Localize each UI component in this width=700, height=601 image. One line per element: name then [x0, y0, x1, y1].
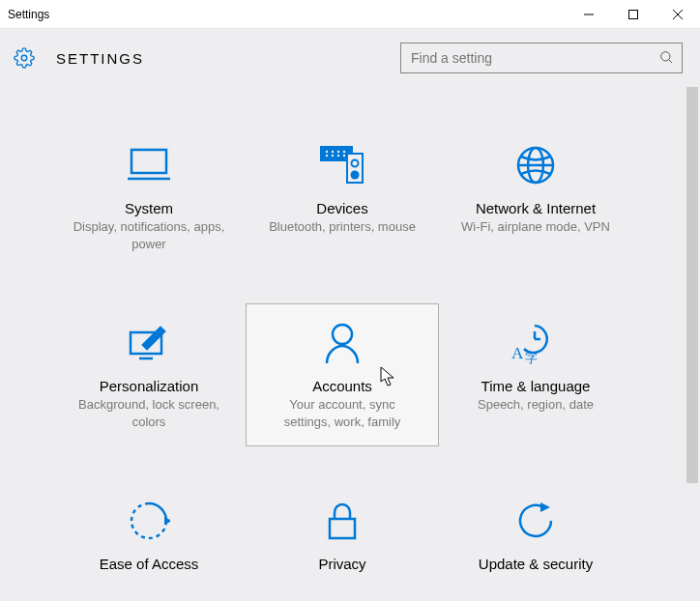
svg-marker-33 [540, 502, 550, 512]
tile-title: Accounts [312, 378, 372, 394]
tile-subtitle: Bluetooth, printers, mouse [269, 218, 416, 236]
svg-point-4 [21, 55, 27, 61]
scrollbar-thumb[interactable] [686, 87, 698, 483]
svg-point-11 [326, 155, 328, 157]
tile-title: Update & security [479, 556, 593, 572]
scrollbar[interactable] [685, 87, 700, 601]
svg-point-16 [343, 151, 345, 153]
time-language-icon: A 字 [511, 316, 560, 370]
search-input[interactable] [411, 50, 658, 66]
svg-point-13 [332, 155, 334, 157]
ease-of-access-icon [128, 494, 170, 548]
tile-title: Time & language [481, 378, 591, 394]
tiles-grid: System Display, notifications, apps, pow… [52, 126, 632, 590]
tile-time-language[interactable]: A 字 Time & language Speech, region, date [439, 303, 632, 446]
tile-subtitle: Speech, region, date [478, 396, 594, 414]
window-title: Settings [0, 8, 567, 21]
svg-text:A: A [511, 344, 524, 362]
tile-title: Network & Internet [476, 200, 596, 216]
personalization-icon [126, 316, 172, 370]
tile-devices[interactable]: Devices Bluetooth, printers, mouse [246, 126, 439, 269]
tile-privacy[interactable]: Privacy [246, 481, 439, 590]
search-icon [658, 49, 674, 68]
close-button[interactable] [656, 0, 700, 29]
tile-personalization[interactable]: Personalization Background, lock screen,… [52, 303, 246, 446]
svg-point-17 [343, 155, 345, 157]
devices-icon [318, 138, 366, 192]
svg-point-12 [332, 151, 334, 153]
tile-update-security[interactable]: Update & security [439, 481, 632, 590]
tile-network[interactable]: Network & Internet Wi-Fi, airplane mode,… [439, 126, 632, 269]
tiles-viewport: System Display, notifications, apps, pow… [0, 87, 685, 601]
tile-subtitle: Your account, sync settings, work, famil… [265, 396, 420, 430]
header: SETTINGS [0, 29, 700, 87]
svg-point-20 [351, 171, 360, 180]
search-box[interactable] [400, 43, 683, 73]
tile-title: Ease of Access [100, 556, 199, 572]
maximize-button[interactable] [611, 0, 656, 29]
svg-point-5 [661, 51, 670, 60]
tile-title: Devices [316, 200, 367, 216]
minimize-button[interactable] [567, 0, 611, 29]
svg-line-6 [669, 59, 672, 62]
content: SETTINGS System Display, notifi [0, 29, 700, 601]
tile-accounts[interactable]: Accounts Your account, sync settings, wo… [246, 303, 439, 446]
page-title: SETTINGS [56, 50, 400, 67]
tile-ease-of-access[interactable]: Ease of Access [52, 481, 246, 590]
person-icon [323, 316, 362, 370]
gear-icon [14, 47, 35, 69]
tile-system[interactable]: System Display, notifications, apps, pow… [52, 126, 246, 269]
svg-rect-7 [131, 150, 166, 173]
svg-point-26 [333, 325, 352, 344]
tile-subtitle: Background, lock screen, colors [72, 396, 226, 430]
svg-rect-32 [330, 519, 355, 538]
tile-title: Personalization [100, 378, 199, 394]
tile-title: System [125, 200, 173, 216]
svg-text:字: 字 [525, 351, 538, 364]
svg-rect-1 [629, 10, 638, 18]
tile-subtitle: Wi-Fi, airplane mode, VPN [461, 218, 610, 236]
tile-subtitle: Display, notifications, apps, power [72, 218, 226, 252]
globe-icon [514, 138, 557, 192]
titlebar: Settings [0, 0, 700, 29]
svg-point-14 [337, 151, 339, 153]
svg-point-15 [337, 155, 339, 157]
update-icon [514, 494, 557, 548]
window-controls [567, 0, 700, 29]
display-icon [126, 138, 172, 192]
tile-title: Privacy [318, 556, 365, 572]
lock-icon [325, 494, 360, 548]
svg-point-10 [326, 151, 328, 153]
